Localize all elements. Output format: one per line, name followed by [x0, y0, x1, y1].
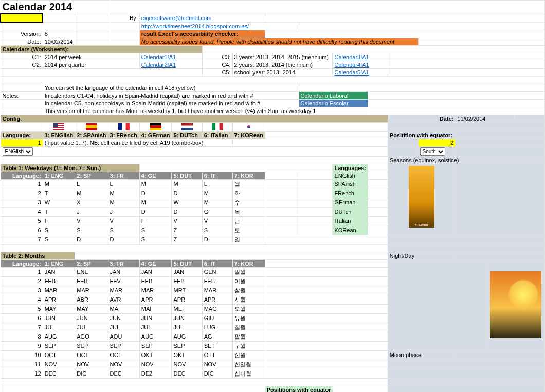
acc-label: result Excel´s accessibility checker: [139, 30, 265, 38]
pos-eq-label: Positition with equator: [388, 131, 456, 139]
night-day-label: Night/Day [388, 252, 456, 259]
sun-image [490, 271, 541, 338]
wd-row: 1 [1, 179, 43, 189]
svg-rect-11 [150, 125, 161, 128]
svg-rect-4 [53, 123, 58, 127]
lang-note: (input value 1..7). NB: cell can be fill… [43, 139, 232, 146]
cals-header: Calendars (Worksheets): [1, 45, 202, 53]
table1-header: Table 1: Weekdays (1= Mon.,7= Sun.) [1, 164, 139, 172]
note3: This version of the calendar has Mon. as… [43, 107, 368, 115]
lang-combo[interactable]: ENGlish [3, 147, 33, 156]
langs-header: Languages: [333, 164, 368, 172]
seasons-image [409, 166, 434, 228]
config-header: Config. [1, 115, 388, 122]
lang-line: You can set the language of the calendar… [43, 84, 299, 91]
col-dut: 5: DUT [172, 172, 202, 179]
cal-laboral-button[interactable]: Calendario Laboral [299, 91, 368, 99]
c4-link[interactable]: Calendar4!A1 [333, 61, 388, 68]
c4-key: C4: [202, 61, 232, 68]
url-link[interactable]: http://worktimesheet2014.blogspot.com.es… [139, 22, 299, 30]
c3-link[interactable]: Calendar3!A1 [333, 53, 388, 61]
c2-val: 2014 per quarter [43, 61, 139, 68]
c1-val: 2014 per week [43, 53, 139, 61]
col-fr: 3: FR [108, 172, 139, 179]
col-kor: 7: KOR [232, 172, 265, 179]
by-label: By: [108, 14, 139, 22]
flag-kr-icon [243, 123, 255, 130]
language-label: Language: [1, 131, 43, 139]
date-label: Date: [1, 38, 43, 45]
flag-nl-icon [181, 123, 193, 130]
lang-input[interactable]: 1 [1, 139, 43, 146]
col-sp: 2: SP [75, 172, 108, 179]
svg-rect-10 [150, 123, 161, 126]
svg-rect-8 [122, 123, 125, 130]
lang4: 4: GErman [139, 131, 172, 139]
positions-header: Posititions with equator [265, 386, 333, 392]
flag-es-icon [86, 123, 97, 130]
acc-result: No accessibility issues found. People wi… [139, 38, 418, 45]
c1-key: C1: [1, 53, 43, 61]
c1-link[interactable]: Calendar1!A1 [139, 53, 202, 61]
c2-key: C2: [1, 61, 43, 68]
email-link[interactable]: eigersoftware@hotmail.com [139, 14, 265, 22]
version-label: Version: [1, 30, 43, 38]
pos-eq-val[interactable]: 2 [418, 139, 456, 146]
note1: In calendars C1-C4, holidays in Spain-Ma… [43, 91, 299, 99]
svg-rect-17 [215, 123, 219, 130]
c4-val: 2 years: 2013, 2014 (biennium) [232, 61, 333, 68]
lang7: 7: KORean [232, 131, 265, 139]
flag-de-icon [150, 123, 161, 130]
date-val: 10/02/2014 [43, 38, 75, 45]
lang2: 2: SPAnish [75, 131, 108, 139]
svg-rect-13 [181, 123, 193, 126]
right-date-label: Date: [388, 115, 456, 122]
list-item: ENGlish [333, 172, 368, 179]
right-date: 11/02/2014 [456, 115, 515, 122]
table2-header: Table 2: Months [1, 252, 75, 259]
seasons-label: Seasons (equinox, solstice) [388, 156, 514, 164]
lang1: 1: ENGlish [43, 131, 75, 139]
lang5: 5: DUTch [172, 131, 202, 139]
flag-us-icon [53, 123, 64, 130]
note2: In calendar C5, non-schooldays in Spain-… [43, 99, 299, 107]
svg-rect-12 [150, 128, 161, 130]
flag-fr-icon [118, 123, 130, 130]
c2-link[interactable]: Calendar2!A1 [139, 61, 202, 68]
lang-row-label: Language: [1, 172, 43, 179]
c5-val: school-year: 2013- 2014 [232, 68, 333, 76]
svg-rect-6 [86, 125, 97, 128]
selection-cell[interactable] [1, 14, 43, 22]
svg-rect-16 [212, 123, 215, 130]
c5-key: C5: [202, 68, 232, 76]
notes-label: Notes: [1, 91, 43, 99]
lang6: 6: ITalian [202, 131, 232, 139]
svg-rect-15 [181, 128, 193, 130]
svg-rect-18 [219, 123, 223, 130]
svg-rect-3 [53, 128, 64, 129]
cal-escolar-button[interactable]: Calendario Escolar [299, 99, 368, 107]
lang3: 3: FRench [108, 131, 139, 139]
c3-key: C3: [202, 53, 232, 61]
c5-link[interactable]: Calendar5!A1 [333, 68, 388, 76]
c3-val: 3 years: 2013, 2014, 2015 (triennium) [232, 53, 333, 61]
month-row: 1 [1, 267, 43, 276]
col-eng: 1: ENG [43, 172, 75, 179]
page-title: Calendar 2014 [1, 1, 108, 14]
pos-combo[interactable]: South [420, 147, 445, 156]
col-ge: 4: GE [139, 172, 172, 179]
svg-rect-7 [118, 123, 122, 130]
col-it: 6: IT [202, 172, 232, 179]
svg-rect-14 [181, 125, 193, 128]
svg-rect-9 [125, 123, 129, 130]
moon-phase-label: Moon-phase [388, 350, 456, 360]
version-val: 8 [43, 30, 75, 38]
flag-it-icon [212, 123, 223, 130]
